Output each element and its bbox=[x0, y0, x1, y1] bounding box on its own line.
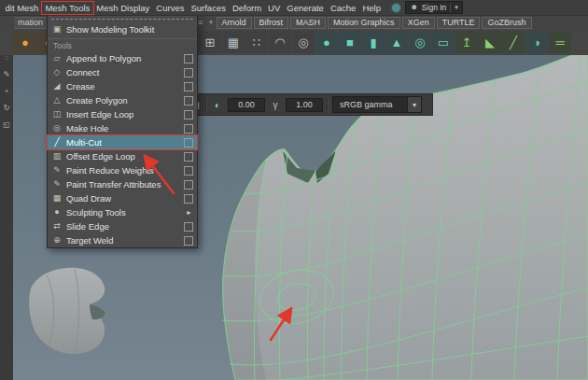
sign-in-button[interactable]: ☻ Sign In ▾ bbox=[405, 1, 462, 14]
option-box[interactable] bbox=[184, 110, 193, 120]
shelf-icon-extrude[interactable]: ↥ bbox=[455, 31, 478, 53]
menu-item-offset-edge-loop[interactable]: ▥ Offset Edge Loop bbox=[48, 149, 197, 163]
menubar-item-deform[interactable]: Deform bbox=[229, 2, 264, 14]
option-box[interactable] bbox=[184, 152, 193, 162]
menu-item-create-polygon[interactable]: △ Create Polygon bbox=[48, 93, 197, 107]
option-box[interactable] bbox=[184, 194, 193, 204]
bridge-icon: ═ bbox=[555, 36, 564, 49]
menu-item-insert-edge-loop[interactable]: ◫ Insert Edge Loop bbox=[48, 107, 197, 121]
menu-item-connect[interactable]: ◇ Connect bbox=[48, 65, 197, 79]
shelf-tab-mash[interactable]: MASH bbox=[290, 17, 326, 29]
quad-draw-icon: ▦ bbox=[51, 194, 63, 203]
shelf-tab-turtle[interactable]: TURTLE bbox=[437, 17, 481, 29]
shelf-tab-xgen[interactable]: XGen bbox=[402, 17, 435, 29]
menu-item-crease[interactable]: ◢ Crease bbox=[48, 79, 197, 93]
option-box[interactable] bbox=[184, 236, 193, 246]
shelf-icon-poly-cylinder[interactable]: ▮ bbox=[362, 31, 385, 53]
divider bbox=[450, 4, 451, 12]
mash-points-icon: ∷ bbox=[253, 36, 260, 49]
option-box[interactable] bbox=[184, 68, 193, 77]
menubar-item-edit-mesh[interactable]: dit Mesh bbox=[2, 2, 42, 14]
slide-edge-icon: ⇄ bbox=[51, 222, 63, 231]
shelf-icon-smooth[interactable]: ◑ bbox=[525, 31, 548, 53]
shelf-icon-bevel[interactable]: ◣ bbox=[479, 31, 501, 53]
poly-torus-icon: ◎ bbox=[414, 36, 425, 49]
shelf-icon-mash-points[interactable]: ∷ bbox=[245, 31, 268, 53]
shelf-tab-arnold[interactable]: Arnold bbox=[217, 17, 252, 29]
menu-item-multi-cut[interactable]: ╱ Multi-Cut bbox=[48, 135, 197, 149]
poly-cube-icon: ■ bbox=[346, 36, 354, 49]
view-transform-dropdown[interactable]: sRGB gamma ▼ bbox=[332, 96, 422, 113]
option-box[interactable] bbox=[184, 54, 193, 63]
offset-edge-loop-icon: ▥ bbox=[51, 152, 63, 161]
menu-item-label: Target Weld bbox=[66, 235, 180, 246]
option-box[interactable] bbox=[184, 138, 193, 148]
poly-cone-icon: ▲ bbox=[391, 36, 403, 49]
menu-item-label: Paint Reduce Weights bbox=[66, 165, 180, 176]
menu-item-target-weld[interactable]: ⊕ Target Weld bbox=[48, 233, 197, 247]
menubar-item-uv[interactable]: UV bbox=[265, 2, 284, 14]
multi-cut-icon: ╱ bbox=[51, 138, 63, 147]
menubar-item-help[interactable]: Help bbox=[359, 2, 385, 14]
menu-item-make-hole[interactable]: ◎ Make Hole bbox=[48, 121, 197, 135]
shelf-tab-animation-partial[interactable]: mation bbox=[14, 17, 48, 29]
option-box[interactable] bbox=[184, 82, 193, 91]
shelf-icon-poly-torus[interactable]: ◎ bbox=[409, 31, 431, 53]
chevron-down-icon[interactable]: ▾ bbox=[455, 4, 458, 11]
menubar-item-generate[interactable]: Generate bbox=[284, 2, 328, 14]
exposure-field[interactable]: 0.00 bbox=[228, 98, 265, 112]
menu-item-paint-transfer-attributes[interactable]: ✎ Paint Transfer Attributes bbox=[48, 177, 197, 191]
paint-select-tool-icon[interactable]: ✎ bbox=[4, 65, 10, 82]
option-box[interactable] bbox=[184, 180, 193, 190]
shelf-icon-poly-cube[interactable]: ■ bbox=[339, 31, 361, 53]
gamma-icon[interactable]: γ bbox=[269, 100, 282, 110]
scale-tool-icon[interactable]: ◱ bbox=[3, 116, 10, 133]
multi-cut-shelf-icon: ╱ bbox=[510, 36, 517, 49]
shelf-icon-multi-cut[interactable]: ╱ bbox=[502, 31, 525, 53]
exposure-icon[interactable]: ◐ bbox=[211, 100, 224, 110]
chevron-down-icon[interactable]: ▼ bbox=[407, 97, 421, 112]
option-box[interactable] bbox=[184, 166, 193, 176]
menu-item-show-modeling-toolkit[interactable]: ▣ Show Modeling Toolkit bbox=[48, 22, 197, 36]
shelf-icon-mash-grid[interactable]: ▦ bbox=[222, 31, 245, 53]
paint-transfer-attributes-icon: ✎ bbox=[51, 180, 63, 189]
append-to-polygon-icon: ▱ bbox=[51, 54, 63, 63]
menu-item-sculpting-tools[interactable]: ● Sculpting Tools ► bbox=[48, 205, 197, 219]
option-box[interactable] bbox=[184, 124, 193, 134]
shelf-add-icon[interactable]: + bbox=[205, 18, 216, 27]
menubar-item-cache[interactable]: Cache bbox=[327, 2, 358, 14]
shelf-icon-shaded-sphere[interactable]: ● bbox=[14, 31, 36, 53]
shelf-icon-poly-plane[interactable]: ▭ bbox=[432, 31, 455, 53]
menu-item-paint-reduce-weights[interactable]: ✎ Paint Reduce Weights bbox=[48, 163, 197, 177]
menu-tearoff-handle[interactable] bbox=[48, 16, 197, 22]
menu-item-slide-edge[interactable]: ⇄ Slide Edge bbox=[48, 219, 197, 233]
menu-item-quad-draw[interactable]: ▦ Quad Draw bbox=[48, 191, 197, 205]
move-tool-icon[interactable]: + bbox=[5, 82, 9, 99]
shelf-icon-mash-world[interactable]: ◎ bbox=[292, 31, 315, 53]
submenu-arrow-icon: ► bbox=[186, 209, 193, 216]
view-transform-label: sRGB gamma bbox=[333, 100, 407, 109]
toolbar-separator bbox=[205, 98, 207, 111]
mesh-foot[interactable] bbox=[29, 268, 105, 354]
option-box[interactable] bbox=[184, 222, 193, 232]
shelf-icon-poly-cone[interactable]: ▲ bbox=[385, 31, 408, 53]
sign-in-label: Sign In bbox=[422, 3, 446, 12]
shelf-tab-motion-graphics[interactable]: Motion Graphics bbox=[328, 17, 400, 29]
shelf-icon-mash-network[interactable]: ⊞ bbox=[199, 31, 221, 53]
gamma-field[interactable]: 1.00 bbox=[286, 98, 323, 112]
mash-grid-icon: ▦ bbox=[228, 36, 239, 49]
menu-item-append-to-polygon[interactable]: ▱ Append to Polygon bbox=[48, 51, 197, 65]
menu-item-label: Sculpting Tools bbox=[66, 207, 182, 218]
person-icon: ☻ bbox=[410, 4, 417, 11]
shelf-icon-poly-sphere[interactable]: ● bbox=[315, 31, 338, 53]
shelf-icon-mash-curve[interactable]: ◠ bbox=[269, 31, 291, 53]
menubar-item-curves[interactable]: Curves bbox=[153, 2, 188, 14]
menubar-item-surfaces[interactable]: Surfaces bbox=[188, 2, 230, 14]
shelf-tab-gozbrush[interactable]: GoZBrush bbox=[482, 17, 531, 29]
menubar-item-mesh-tools[interactable]: Mesh Tools bbox=[42, 2, 93, 14]
menubar-item-mesh-display[interactable]: Mesh Display bbox=[93, 2, 153, 14]
shelf-icon-bridge[interactable]: ═ bbox=[549, 31, 571, 53]
rotate-tool-icon[interactable]: ↻ bbox=[4, 99, 10, 116]
option-box[interactable] bbox=[184, 96, 193, 106]
shelf-tab-bifrost[interactable]: Bifrost bbox=[254, 17, 289, 29]
